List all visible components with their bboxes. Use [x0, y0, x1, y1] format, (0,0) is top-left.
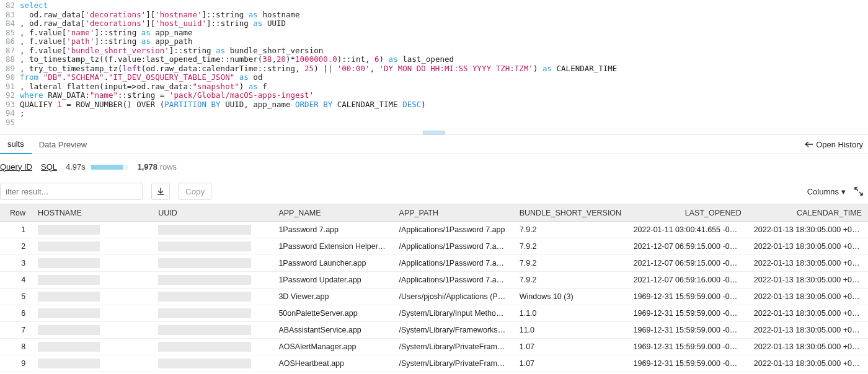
copy-button[interactable]: Copy [179, 183, 211, 200]
pane-resize-handle[interactable] [423, 131, 445, 134]
line-number: 95 [0, 118, 20, 128]
col-app-path[interactable]: APP_PATH [393, 204, 513, 222]
results-toolbar: Query ID SQL 4.97s 1,978 rows [0, 154, 868, 179]
col-uuid[interactable]: UUID [152, 204, 272, 222]
line-number: 84 [0, 19, 20, 28]
results-actions: Copy Columns ▾ [0, 179, 868, 204]
row-count: 1,978 rows [137, 162, 177, 172]
code-line[interactable]: 88, to_timestamp_tz((f.value:last_opened… [0, 55, 868, 64]
code-line[interactable]: 86, f.value['path']::string as app_path [0, 37, 868, 46]
code-line[interactable]: 84, od.raw_data['decorations']['host_uui… [0, 19, 868, 28]
arrow-left-icon [805, 141, 813, 147]
code-content: from "DB"."SCHEMA"."IT_DEV_OSQUERY_TABLE… [20, 73, 868, 82]
table-row[interactable]: 21Password Extension Helper.app/Applicat… [0, 238, 868, 255]
line-number: 85 [0, 28, 20, 38]
code-line[interactable]: 94; [0, 109, 868, 118]
line-number: 86 [0, 37, 20, 46]
line-number: 89 [0, 64, 20, 74]
table-row[interactable]: 7ABAssistantService.app/System/Library/F… [0, 322, 868, 339]
code-content: , f.value['bundle_short_version']::strin… [20, 46, 868, 56]
download-icon [156, 187, 165, 196]
code-line[interactable]: 83 od.raw_data['decorations']['hostname'… [0, 11, 868, 20]
duration-bar [91, 165, 128, 170]
line-number: 82 [0, 1, 20, 11]
code-line[interactable]: 82select [0, 1, 868, 11]
line-number: 87 [0, 46, 20, 56]
line-number: 93 [0, 100, 20, 110]
code-line[interactable]: 87, f.value['bundle_short_version']::str… [0, 46, 868, 56]
code-line[interactable]: 93QUALIFY 1 = ROW_NUMBER() OVER (PARTITI… [0, 100, 868, 110]
code-content: select [20, 1, 868, 11]
table-row[interactable]: 650onPaletteServer.app/System/Library/In… [0, 305, 868, 322]
code-line[interactable]: 95 [0, 118, 868, 128]
code-line[interactable]: 90from "DB"."SCHEMA"."IT_DEV_OSQUERY_TAB… [0, 73, 868, 82]
tab-results[interactable]: sults [0, 134, 32, 154]
code-content: , to_timestamp_tz((f.value:last_opened_t… [20, 55, 868, 64]
query-id-link[interactable]: Query ID [0, 162, 32, 172]
line-number: 91 [0, 82, 20, 92]
sql-editor[interactable]: 82select83 od.raw_data['decorations']['h… [0, 0, 868, 131]
results-table: Row HOSTNAME UUID APP_NAME APP_PATH BUND… [0, 204, 868, 374]
code-content: , lateral flatten(input=>od.raw_data:"sn… [20, 82, 868, 92]
tab-data-preview[interactable]: Data Preview [32, 134, 94, 154]
code-line[interactable]: 91, lateral flatten(input=>od.raw_data:"… [0, 82, 868, 92]
table-row[interactable]: 41Password Updater.app/Applications/1Pas… [0, 272, 868, 289]
open-history-label: Open History [816, 140, 863, 149]
code-line[interactable]: 89, try_to_timestamp_tz(left(od.raw_data… [0, 64, 868, 74]
open-history-button[interactable]: Open History [805, 140, 863, 149]
code-content: , f.value['path']::string as app_path [20, 37, 868, 46]
code-line[interactable]: 92where RAW_DATA:"name"::string = 'pack/… [0, 91, 868, 100]
line-number: 83 [0, 11, 20, 20]
table-header-row: Row HOSTNAME UUID APP_NAME APP_PATH BUND… [0, 204, 868, 222]
col-calendar-time[interactable]: CALENDAR_TIME [748, 204, 868, 222]
code-content: , try_to_timestamp_tz(left(od.raw_data:c… [20, 64, 868, 74]
table-row[interactable]: 53D Viewer.app/Users/pjoshi/Applications… [0, 289, 868, 305]
filter-input[interactable] [0, 183, 143, 200]
triangle-down-icon: ▾ [841, 187, 846, 196]
table-row[interactable]: 31Password Launcher.app/Applications/1Pa… [0, 255, 868, 272]
col-bundle-short-version[interactable]: BUNDLE_SHORT_VERSION [513, 204, 627, 222]
code-content [20, 118, 868, 128]
expand-icon [854, 187, 863, 196]
code-content: where RAW_DATA:"name"::string = 'pack/Gl… [20, 91, 868, 100]
results-tabs: sults Data Preview Open History [0, 134, 868, 154]
code-line[interactable]: 85, f.value['name']::string as app_name [0, 28, 868, 38]
col-last-opened[interactable]: LAST_OPENED [627, 204, 748, 222]
table-row[interactable]: 9AOSHeartbeat.app/System/Library/Private… [0, 355, 868, 372]
table-row[interactable]: 8AOSAlertManager.app/System/Library/Priv… [0, 339, 868, 355]
code-content: ; [20, 109, 868, 118]
code-content: QUALIFY 1 = ROW_NUMBER() OVER (PARTITION… [20, 100, 868, 110]
table-row[interactable]: 11Password 7.app/Applications/1Password … [0, 222, 868, 238]
columns-button[interactable]: Columns ▾ [807, 187, 846, 196]
query-duration: 4.97s [66, 162, 128, 172]
code-content: , od.raw_data['decorations']['host_uuid'… [20, 19, 868, 28]
col-hostname[interactable]: HOSTNAME [32, 204, 152, 222]
col-row[interactable]: Row [0, 204, 32, 222]
code-content: , f.value['name']::string as app_name [20, 28, 868, 38]
download-button[interactable] [151, 183, 170, 200]
expand-button[interactable] [854, 187, 863, 196]
line-number: 88 [0, 55, 20, 64]
table-row[interactable]: 10AOSPushRelay.app/System/Library/Privat… [0, 372, 868, 375]
col-app-name[interactable]: APP_NAME [272, 204, 392, 222]
line-number: 92 [0, 91, 20, 100]
sql-link[interactable]: SQL [41, 162, 57, 172]
line-number: 94 [0, 109, 20, 118]
line-number: 90 [0, 73, 20, 82]
code-content: od.raw_data['decorations']['hostname']::… [20, 11, 868, 20]
columns-label: Columns [807, 187, 839, 196]
